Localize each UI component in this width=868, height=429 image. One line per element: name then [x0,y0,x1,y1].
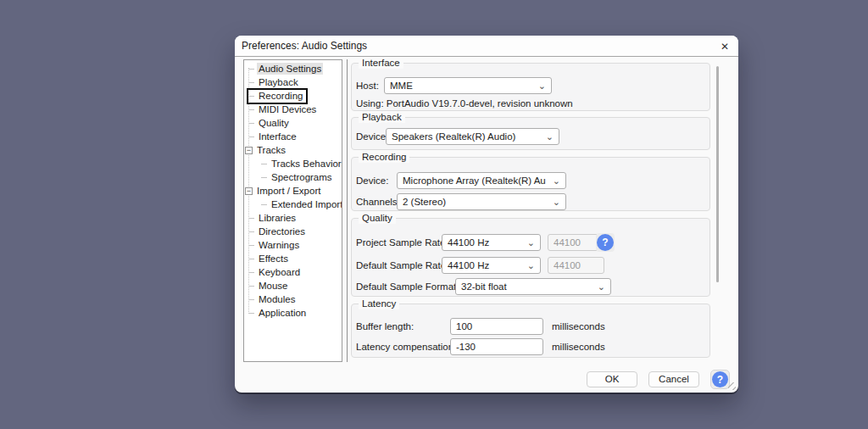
resize-grip[interactable] [728,382,736,390]
tree-item-label: Application [257,307,308,319]
sidebar-item-quality[interactable]: Quality [244,116,342,130]
channels-value: 2 (Stereo) [403,197,446,207]
sidebar-item-interface[interactable]: Interface [244,130,342,143]
sidebar-item-recording[interactable]: Recording [244,89,342,103]
chevron-down-icon: ⌄ [553,198,560,205]
sidebar-item-spectrograms[interactable]: Spectrograms [244,170,342,184]
sidebar-item-import-export[interactable]: −Import / Export [244,184,342,198]
scrollbar-thumb[interactable] [716,66,719,282]
recording-device-label: Device: [356,172,388,189]
tree-item-label: Libraries [257,212,298,224]
buffer-length-unit: milliseconds [552,318,605,335]
collapse-icon[interactable]: − [245,187,253,195]
tree-item-label: Effects [257,253,290,265]
latency-group: Latency Buffer length: milliseconds Late… [351,304,710,358]
chevron-down-icon: ⌄ [546,133,554,140]
tree-item-inner: −Import / Export [245,185,324,198]
tree-connector [248,259,254,259]
tree-connector [248,231,254,232]
tree-item-label: Playback [257,76,300,88]
sidebar-item-warnings[interactable]: Warnings [244,238,342,252]
default-sample-format-dropdown[interactable]: 32-bit float ⌄ [455,278,611,295]
sidebar-item-audio-settings[interactable]: Audio Settings [244,62,342,75]
host-dropdown[interactable]: MME ⌄ [384,77,552,94]
tree-item-label: Extended Import [270,198,342,210]
tree-connector [248,286,254,287]
project-sample-rate-dropdown[interactable]: 44100 Hz ⌄ [442,234,541,251]
default-sample-rate-label: Default Sample Rate: [356,257,448,274]
tree-item-label: Mouse [257,280,290,292]
tree-connector [248,82,254,83]
chevron-down-icon: ⌄ [598,283,605,290]
tree-connector [248,245,254,246]
close-icon[interactable]: ✕ [716,38,733,54]
tree-item-label: Directories [257,226,307,237]
tree-connector [248,123,254,124]
default-sample-rate-dropdown[interactable]: 44100 Hz ⌄ [442,257,541,274]
tree-item-label: Interface [257,131,298,142]
tree-item-inner: Mouse [248,280,292,292]
default-sample-rate-value: 44100 Hz [448,260,489,270]
tree-item-inner: MIDI Devices [248,103,320,116]
preferences-dialog: Preferences: Audio Settings ✕ Audio Sett… [235,36,738,393]
tree-connector [248,96,254,97]
chevron-down-icon: ⌄ [553,177,560,184]
default-sample-format-value: 32-bit float [461,281,507,292]
tree-item-inner: Effects [248,253,292,265]
quality-group: Quality Project Sample Rate: 44100 Hz ⌄ … [351,218,710,297]
tree-item-inner: Application [248,307,309,320]
playback-group-title: Playback [359,112,405,123]
latency-group-title: Latency [359,298,399,309]
help-icon: ? [597,234,614,251]
sidebar-item-mouse[interactable]: Mouse [244,279,342,292]
sidebar-item-modules[interactable]: Modules [244,292,342,306]
sidebar-item-playback[interactable]: Playback [244,75,342,89]
interface-group: Interface Host: MME ⌄ Using: PortAudio V… [351,63,710,111]
ok-button[interactable]: OK [587,371,637,387]
window-title: Preferences: Audio Settings [235,40,367,52]
recording-device-dropdown[interactable]: Microphone Array (Realtek(R) Au ⌄ [397,172,566,189]
chevron-down-icon: ⌄ [527,262,535,269]
latency-compensation-input[interactable] [450,338,543,355]
recording-group-title: Recording [359,152,409,163]
settings-tree[interactable]: Audio SettingsPlaybackRecordingMIDI Devi… [243,59,342,362]
tree-item-inner: Extended Import [261,198,342,211]
latency-compensation-label: Latency compensation: [356,338,456,355]
buffer-length-input[interactable] [450,318,543,335]
tree-connector [248,313,254,314]
tree-connector [248,136,254,137]
tree-item-inner: Interface [248,131,300,143]
tree-connector [261,204,267,205]
sidebar-item-tracks[interactable]: −Tracks [244,143,342,157]
tree-connector [248,299,254,300]
sample-rate-help-button[interactable]: ? [596,233,615,252]
playback-device-dropdown[interactable]: Speakers (Realtek(R) Audio) ⌄ [386,128,559,145]
latency-compensation-unit: milliseconds [552,338,605,355]
cancel-button[interactable]: Cancel [648,371,699,387]
sidebar-item-effects[interactable]: Effects [244,252,342,265]
tree-item-inner: Tracks Behaviors [261,158,342,170]
sidebar-item-tracks-behaviors[interactable]: Tracks Behaviors [244,157,342,170]
playback-group: Playback Device: Speakers (Realtek(R) Au… [351,117,710,150]
tree-item-label: Tracks [255,144,287,156]
default-sample-format-label: Default Sample Format: [356,278,459,295]
chevron-down-icon: ⌄ [527,239,535,246]
tree-item-inner: Playback [248,76,302,89]
sidebar-item-extended-import[interactable]: Extended Import [244,198,342,211]
tree-item-inner: Directories [248,226,309,238]
tree-item-inner: Modules [248,293,298,306]
tree-item-label: Audio Settings [257,63,323,75]
sidebar-item-keyboard[interactable]: Keyboard [244,265,342,279]
sidebar-item-midi-devices[interactable]: MIDI Devices [244,103,342,116]
collapse-icon[interactable]: − [245,147,253,154]
sidebar-item-directories[interactable]: Directories [244,225,342,238]
tree-item-inner: −Tracks [245,144,289,157]
tree-item-label: Tracks Behaviors [270,158,342,170]
sidebar-item-application[interactable]: Application [244,306,342,320]
channels-label: Channels: [356,193,400,210]
sidebar-item-libraries[interactable]: Libraries [244,211,342,225]
dialog-help-button[interactable]: ? [710,370,730,389]
titlebar[interactable]: Preferences: Audio Settings ✕ [235,36,738,57]
playback-device-value: Speakers (Realtek(R) Audio) [392,131,515,142]
channels-dropdown[interactable]: 2 (Stereo) ⌄ [397,193,566,210]
